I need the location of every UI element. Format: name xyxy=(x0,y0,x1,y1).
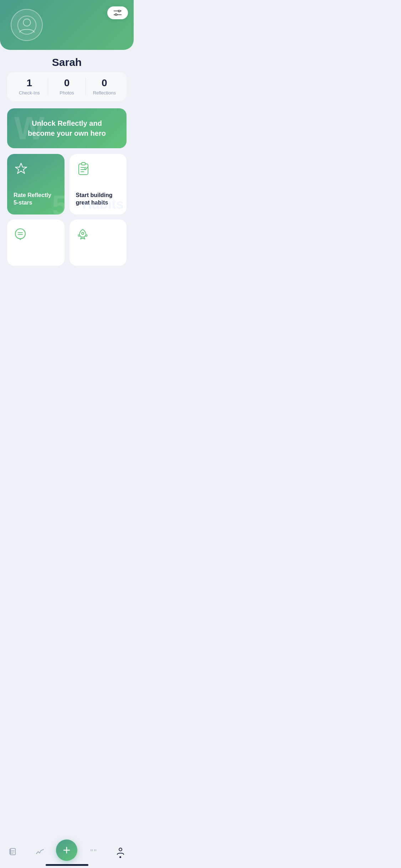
rocket-icon xyxy=(76,227,89,241)
habits-card[interactable]: Habits Start buildinggreat habits xyxy=(70,154,127,215)
photos-value: 0 xyxy=(64,78,70,89)
profile-name: Sarah xyxy=(0,56,134,68)
rate-reflectly-card[interactable]: 5 Rate Reflectly5-stars xyxy=(7,154,65,215)
stat-checkins: 1 Check-Ins xyxy=(11,78,48,95)
stats-row: 1 Check-Ins 0 Photos 0 Reflections xyxy=(7,72,127,101)
stat-photos: 0 Photos xyxy=(48,78,85,95)
svg-point-5 xyxy=(115,14,117,16)
bottom-cards-row xyxy=(7,219,127,266)
reflections-value: 0 xyxy=(102,78,107,89)
unlock-banner[interactable]: Unlock Reflectly andbecome your own hero xyxy=(7,108,127,148)
rate-card-title: Rate Reflectly5-stars xyxy=(14,192,58,207)
svg-marker-6 xyxy=(15,163,27,174)
checkins-label: Check-Ins xyxy=(19,90,40,95)
svg-rect-11 xyxy=(82,162,85,165)
unlock-text: Unlock Reflectly andbecome your own hero xyxy=(28,118,106,138)
checklist-icon xyxy=(76,162,91,177)
stat-reflections: 0 Reflections xyxy=(86,78,123,95)
settings-button[interactable] xyxy=(107,6,128,19)
card-bg-char: 5 xyxy=(52,191,65,215)
checkins-value: 1 xyxy=(26,78,32,89)
star-icon xyxy=(14,162,29,177)
chat-bubble-icon xyxy=(14,227,27,241)
photos-label: Photos xyxy=(60,90,74,95)
svg-point-0 xyxy=(23,19,30,26)
reflections-label: Reflections xyxy=(93,90,116,95)
svg-point-15 xyxy=(82,232,84,234)
svg-point-3 xyxy=(118,10,120,12)
habits-bg-text: Habits xyxy=(82,197,124,211)
header-banner xyxy=(0,0,134,50)
avatar xyxy=(11,9,43,41)
rocket-card[interactable] xyxy=(70,219,127,266)
svg-point-12 xyxy=(15,229,25,239)
chat-card[interactable] xyxy=(7,219,65,266)
cards-grid: 5 Rate Reflectly5-stars Habits Start bui… xyxy=(7,154,127,215)
